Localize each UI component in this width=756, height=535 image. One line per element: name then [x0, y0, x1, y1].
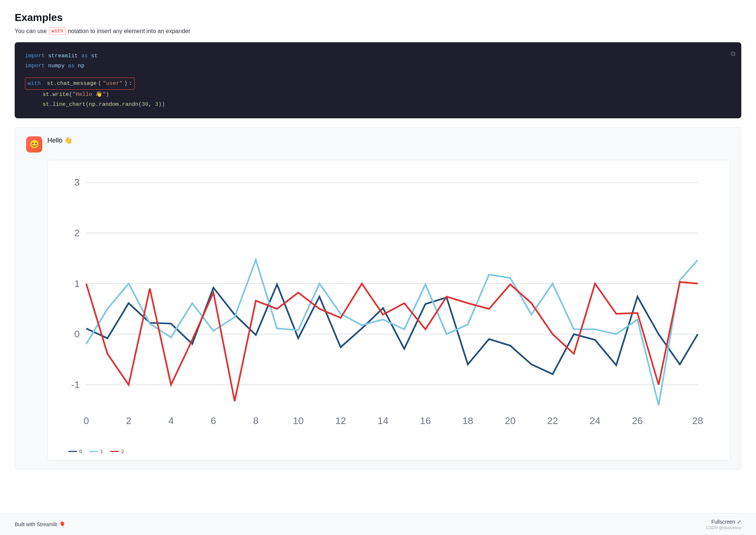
module-numpy: numpy	[48, 61, 65, 71]
svg-text:3: 3	[74, 177, 80, 188]
alias-st: st	[91, 51, 98, 61]
legend-label-2: 2	[121, 449, 124, 454]
fullscreen-button[interactable]: Fullscreen ⤢	[711, 519, 741, 525]
balloon-emoji: 🎈	[59, 521, 65, 527]
svg-text:-1: -1	[71, 379, 80, 390]
main-content: Examples You can use with notation to in…	[0, 0, 756, 513]
svg-text:26: 26	[632, 415, 643, 426]
svg-text:2: 2	[126, 415, 131, 426]
num-30: 30	[142, 100, 148, 109]
blank-line	[25, 71, 731, 78]
keyword-with: with	[28, 79, 41, 89]
built-with-text: Built with Streamlit	[15, 521, 57, 527]
svg-text:22: 22	[547, 415, 558, 426]
keyword-as-1: as	[81, 51, 88, 61]
page-title: Examples	[15, 12, 741, 24]
svg-text:8: 8	[253, 415, 258, 426]
avatar: 😊	[26, 136, 42, 152]
copy-icon[interactable]: ⧉	[731, 48, 735, 60]
highlight-with-line: with st.chat_message("user"):	[25, 78, 135, 90]
svg-text:10: 10	[293, 415, 304, 426]
svg-text:20: 20	[505, 415, 516, 426]
code-line-4: st.write("Hello 👋")	[25, 90, 731, 100]
module-streamlit: streamlit	[48, 51, 78, 61]
footer-built-with: Built with Streamlit 🎈	[15, 521, 65, 527]
write-arg: "Hello 👋"	[72, 90, 106, 100]
svg-text:1: 1	[74, 278, 80, 289]
legend-line-0	[68, 451, 77, 452]
legend-label-0: 0	[79, 449, 82, 454]
footer-right: Fullscreen ⤢ CSDN @studyeboy	[706, 519, 741, 530]
fullscreen-label: Fullscreen	[711, 519, 735, 525]
num-3: 3	[155, 100, 158, 109]
fn-line-chart: st.line_chart	[43, 100, 86, 109]
legend-item-0: 0	[68, 449, 82, 454]
legend-line-1	[89, 451, 98, 452]
arg-user: "user"	[103, 79, 123, 89]
legend-item-1: 1	[89, 449, 103, 454]
write-paren-close: )	[106, 90, 109, 100]
description-after: notation to insert any element into an e…	[68, 28, 191, 35]
write-paren-open: (	[69, 90, 72, 100]
chat-body: Hello 👋	[47, 136, 730, 150]
chart-container: 3 2 1 0 -1	[47, 160, 730, 460]
chat-greeting: Hello 👋	[47, 136, 730, 144]
svg-text:16: 16	[420, 415, 431, 426]
svg-text:24: 24	[590, 415, 601, 426]
with-code-tag: with	[49, 27, 65, 35]
series-2	[86, 282, 698, 401]
fn-randn: np.random.randn	[89, 100, 138, 109]
svg-text:4: 4	[168, 415, 174, 426]
fullscreen-icon: ⤢	[737, 519, 741, 525]
footer: Built with Streamlit 🎈 Fullscreen ⤢ CSDN…	[0, 513, 756, 535]
fn-chat-message: st.chat_message	[47, 79, 97, 89]
output-panel: 😊 Hello 👋 3 2	[15, 127, 741, 470]
code-line-1: import streamlit as st	[25, 51, 731, 61]
chat-message: 😊 Hello 👋	[26, 136, 730, 152]
fn-write: st.write	[43, 90, 69, 100]
description-before: You can use	[15, 28, 47, 35]
legend-item-2: 2	[110, 449, 124, 454]
code-line-2: import numpy as np	[25, 61, 731, 71]
svg-text:6: 6	[211, 415, 216, 426]
svg-text:12: 12	[335, 415, 346, 426]
series-1	[86, 260, 698, 405]
legend-label-1: 1	[100, 449, 103, 454]
svg-text:0: 0	[74, 328, 80, 340]
svg-text:18: 18	[462, 415, 473, 426]
legend-line-2	[110, 451, 119, 452]
x-axis: 0 2 4 6 8 10 12 14 16 18 20 22 24 26 28	[83, 415, 703, 426]
alias-np: np	[78, 61, 84, 71]
code-line-5: st.line_chart(np.random.randn(30, 3))	[25, 100, 731, 109]
svg-text:0: 0	[83, 415, 89, 426]
csdn-credit: CSDN @studyeboy	[706, 525, 741, 530]
keyword-import-2: import	[25, 61, 45, 71]
line-chart-svg: 3 2 1 0 -1	[54, 166, 722, 444]
svg-text:2: 2	[74, 227, 80, 238]
colon: :	[129, 79, 132, 89]
description: You can use with notation to insert any …	[15, 27, 741, 35]
code-block: ⧉ import streamlit as st import numpy as…	[15, 42, 741, 118]
chart-legend: 0 1 2	[54, 449, 722, 454]
keyword-import-1: import	[25, 51, 45, 61]
paren-close: )	[124, 79, 127, 89]
svg-text:28: 28	[692, 415, 703, 426]
keyword-as-2: as	[68, 61, 75, 71]
paren-open: (	[98, 79, 101, 89]
code-line-3: with st.chat_message("user"):	[25, 78, 731, 90]
svg-text:14: 14	[377, 415, 388, 426]
